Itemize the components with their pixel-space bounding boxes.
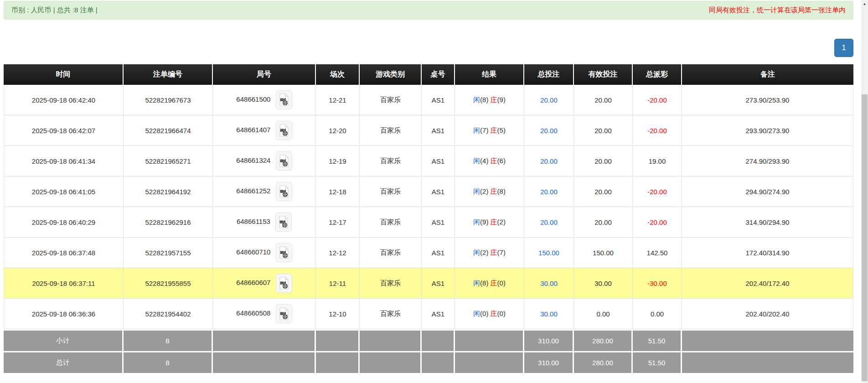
session-cell: 12-17 bbox=[316, 207, 360, 238]
video-replay-button[interactable] bbox=[276, 121, 292, 140]
bet-no-value: 522821955855 bbox=[145, 279, 191, 287]
valid-bet-cell: 30.00 bbox=[574, 268, 633, 299]
time-cell: 2025-09-18 06:40:29 bbox=[4, 207, 124, 238]
table-no-cell: AS1 bbox=[422, 268, 455, 299]
game-type-cell: 百家乐 bbox=[360, 176, 422, 207]
column-header-time: 时间 bbox=[4, 64, 124, 85]
total-bet-link[interactable]: 20.00 bbox=[540, 157, 558, 165]
scrollbar-up-arrow-icon[interactable]: ▲ bbox=[861, 0, 868, 8]
payout-value: -20.00 bbox=[647, 96, 667, 104]
payout-cell: -30.00 bbox=[633, 268, 682, 299]
result-player-label: 闲 bbox=[473, 279, 480, 287]
video-replay-button[interactable] bbox=[276, 304, 292, 323]
video-replay-icon bbox=[279, 307, 289, 320]
payout-value: 142.50 bbox=[647, 249, 668, 257]
footer-label-cell: 小计 bbox=[4, 329, 124, 351]
result-player-label: 闲 bbox=[473, 310, 480, 317]
total-bet-link[interactable]: 150.00 bbox=[538, 249, 559, 257]
video-replay-button[interactable] bbox=[276, 90, 292, 109]
table-no-value: AS1 bbox=[432, 188, 444, 196]
footer-empty-cell bbox=[316, 329, 360, 351]
bet-no-value: 522821967673 bbox=[145, 96, 191, 104]
remark-cell: 273.90/253.90 bbox=[682, 85, 853, 115]
remark-cell: 274.90/293.90 bbox=[682, 146, 853, 176]
time-value: 2025-09-18 06:42:40 bbox=[32, 96, 95, 104]
total-bet-link[interactable]: 20.00 bbox=[540, 218, 558, 226]
total-bet-link[interactable]: 30.00 bbox=[540, 279, 558, 287]
footer-empty-cell bbox=[360, 329, 422, 351]
table-row: 2025-09-18 06:37:11522821955855648660607… bbox=[4, 268, 853, 299]
vertical-scrollbar[interactable]: ▲ bbox=[861, 0, 868, 383]
bet-no-cell: 522821965271 bbox=[124, 146, 213, 176]
session-cell: 12-19 bbox=[316, 146, 360, 176]
time-cell: 2025-09-18 06:41:34 bbox=[4, 146, 124, 176]
game-type-value: 百家乐 bbox=[380, 279, 401, 287]
session-cell: 12-20 bbox=[316, 115, 360, 146]
game-type-value: 百家乐 bbox=[380, 310, 401, 317]
total-bet-link[interactable]: 20.00 bbox=[540, 188, 558, 196]
game-type-cell: 百家乐 bbox=[360, 299, 422, 329]
bet-no-value: 522821964192 bbox=[145, 188, 191, 196]
footer-payout-cell: 51.50 bbox=[633, 351, 682, 373]
table-header-row: 时间注单编号局号场次游戏类别桌号结果总投注有效投注总派彩备注 bbox=[4, 64, 853, 85]
grandtotal-row: 总计8310.00280.0051.50 bbox=[4, 351, 853, 373]
scrollbar-thumb[interactable] bbox=[862, 94, 868, 381]
table-row: 2025-09-18 06:40:29522821962916648661153… bbox=[4, 207, 853, 238]
game-type-cell: 百家乐 bbox=[360, 85, 422, 115]
table-no-value: AS1 bbox=[432, 157, 444, 165]
session-value: 12-17 bbox=[329, 218, 346, 226]
footer-payout-cell: 51.50 bbox=[633, 329, 682, 351]
bet-no-cell: 522821964192 bbox=[124, 176, 213, 207]
footer-valid-bet-cell: 280.00 bbox=[574, 351, 633, 373]
session-value: 12-12 bbox=[329, 249, 346, 257]
table-no-value: AS1 bbox=[432, 279, 444, 287]
session-cell: 12-10 bbox=[316, 299, 360, 329]
bet-records-table: 时间注单编号局号场次游戏类别桌号结果总投注有效投注总派彩备注 2025-09-1… bbox=[4, 64, 853, 373]
session-value: 12-20 bbox=[329, 127, 346, 135]
pagination-page-1-button[interactable]: 1 bbox=[834, 39, 853, 57]
result-player-label: 闲 bbox=[473, 218, 480, 226]
result-banker-score: (0) bbox=[497, 310, 506, 317]
result-banker-score: (7) bbox=[497, 248, 506, 256]
total-bet-link[interactable]: 20.00 bbox=[540, 127, 558, 135]
currency-summary-text: 币别 : 人民币 | 总共 :8 注单 | bbox=[11, 6, 98, 15]
time-value: 2025-09-18 06:40:29 bbox=[32, 218, 95, 226]
valid-bet-cell: 20.00 bbox=[574, 207, 633, 238]
game-type-value: 百家乐 bbox=[380, 248, 401, 256]
video-replay-button[interactable] bbox=[276, 182, 292, 201]
payout-cell: 142.50 bbox=[633, 238, 682, 268]
video-replay-button[interactable] bbox=[276, 274, 292, 293]
total-bet-link[interactable]: 30.00 bbox=[540, 310, 558, 318]
session-cell: 12-11 bbox=[316, 268, 360, 299]
round-no-value: 648661324 bbox=[236, 156, 270, 164]
time-cell: 2025-09-18 06:42:07 bbox=[4, 115, 124, 146]
notice-bar: 币别 : 人民币 | 总共 :8 注单 | 同局有效投注，统一计算在该局第一张注… bbox=[4, 1, 853, 20]
total-bet-link[interactable]: 20.00 bbox=[540, 96, 558, 104]
valid-bet-value: 20.00 bbox=[594, 188, 612, 196]
result-cell: 闲(9) 庄(2) bbox=[455, 207, 524, 238]
column-header-round-no: 局号 bbox=[213, 64, 316, 85]
total-bet-cell: 30.00 bbox=[524, 268, 574, 299]
table-row: 2025-09-18 06:42:40522821967673648661500… bbox=[4, 85, 853, 115]
footer-empty-cell bbox=[422, 329, 455, 351]
footer-empty-cell bbox=[360, 351, 422, 373]
payout-cell: -20.00 bbox=[633, 115, 682, 146]
session-value: 12-19 bbox=[329, 157, 346, 165]
video-replay-button[interactable] bbox=[276, 151, 292, 171]
payout-cell: 0.00 bbox=[633, 299, 682, 329]
bet-no-cell: 522821955855 bbox=[124, 268, 213, 299]
remark-value: 172.40/314.90 bbox=[746, 249, 790, 257]
video-replay-button[interactable] bbox=[275, 212, 292, 232]
table-no-cell: AS1 bbox=[422, 176, 455, 207]
payout-cell: -20.00 bbox=[633, 85, 682, 115]
result-player-score: (4) bbox=[480, 157, 488, 165]
footer-empty-cell bbox=[213, 351, 316, 373]
result-player-score: (2) bbox=[480, 187, 488, 195]
video-replay-button[interactable] bbox=[276, 243, 292, 262]
table-no-cell: AS1 bbox=[422, 299, 455, 329]
result-banker-label: 庄 bbox=[491, 187, 497, 195]
result-banker-label: 庄 bbox=[491, 248, 497, 256]
time-value: 2025-09-18 06:36:36 bbox=[32, 310, 95, 318]
column-header-session: 场次 bbox=[316, 64, 360, 85]
game-type-cell: 百家乐 bbox=[360, 207, 422, 238]
